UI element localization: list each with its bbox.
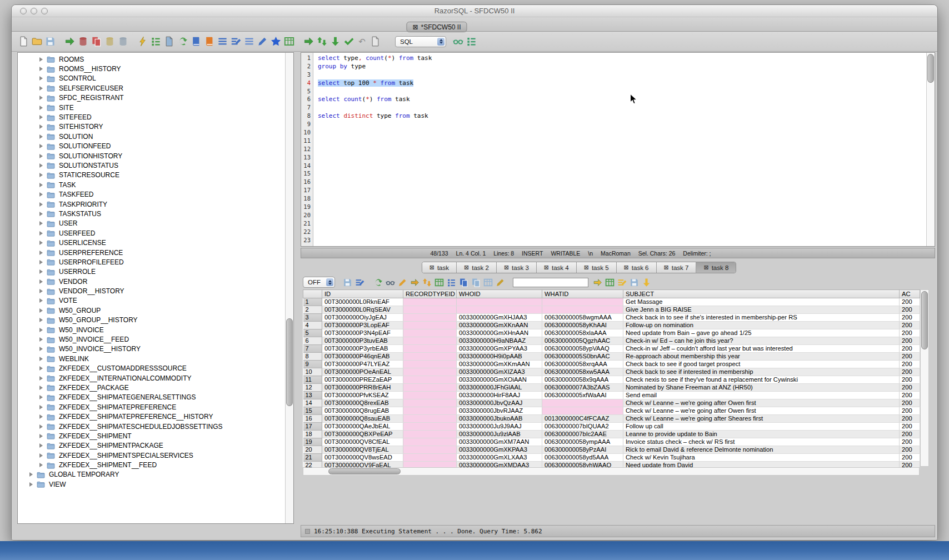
tree-item-rooms-history[interactable]: ROOMS__HISTORY bbox=[18, 64, 284, 73]
disclosure-triangle-icon[interactable] bbox=[39, 183, 43, 187]
cell-whatid[interactable]: 00630000005QgzhAAC bbox=[542, 337, 623, 345]
cell-subject[interactable]: Check back to see if good target prospec… bbox=[623, 361, 900, 368]
grid-vertical-scrollbar[interactable] bbox=[920, 289, 929, 467]
disclosure-triangle-icon[interactable] bbox=[39, 231, 43, 236]
table-row[interactable]: 1400T3000000Q8rexEAB0033000000JbvQzAAJCh… bbox=[303, 399, 920, 407]
cell-whatid[interactable] bbox=[542, 399, 623, 407]
disclosure-triangle-icon[interactable] bbox=[39, 57, 43, 62]
code-line[interactable] bbox=[318, 228, 926, 237]
cell-recordtypeid[interactable] bbox=[403, 314, 457, 322]
table-row[interactable]: 200T3000000L0RqSEAVGive Jenn a BIG RAISE… bbox=[303, 306, 920, 314]
tree-item-taskpriority[interactable]: TASKPRIORITY bbox=[18, 199, 284, 209]
tree-item-zkfedex-shipment[interactable]: ZKFEDEX__SHIPMENT bbox=[18, 431, 284, 441]
cell-subject[interactable]: Nominated by Shane Freeman at ANZ (HR50) bbox=[623, 384, 900, 392]
cell-recordtypeid[interactable] bbox=[403, 423, 457, 431]
disclosure-triangle-icon[interactable] bbox=[39, 154, 43, 158]
fetch-icon[interactable] bbox=[330, 36, 341, 47]
cell-whoid[interactable]: 0033000000HirF8AAJ bbox=[457, 392, 542, 399]
open-file-icon[interactable] bbox=[32, 36, 42, 47]
tree-item-zkfedex-shipmatepreference[interactable]: ZKFEDEX__SHIPMATEPREFERENCE bbox=[18, 402, 284, 412]
document-tab[interactable]: ⊠ *SFDCW50 II bbox=[406, 22, 467, 32]
cell-ac[interactable]: 200 bbox=[900, 361, 920, 368]
disclosure-triangle-icon[interactable] bbox=[39, 298, 43, 303]
minimize-window-button[interactable] bbox=[31, 8, 37, 14]
sql-code-area[interactable]: select type, count(*) from taskgroup by … bbox=[314, 53, 926, 246]
cell-subject[interactable]: Check nexis to see if they've found a re… bbox=[623, 376, 900, 384]
cell-id[interactable]: 00T3000000P3N4pEAF bbox=[322, 329, 403, 337]
sql-editor[interactable]: 1234567891011121314151617181920212223 se… bbox=[301, 52, 935, 247]
tree-item-userrole[interactable]: USERROLE bbox=[18, 267, 284, 277]
table-transfer-icon[interactable] bbox=[483, 278, 493, 287]
add-row-icon[interactable] bbox=[605, 278, 615, 287]
cell-ac[interactable]: 200 bbox=[900, 314, 920, 322]
tree-item-scontrol[interactable]: SCONTROL bbox=[18, 74, 284, 83]
cell-subject[interactable]: Check w/ Leanne – we're going after Owen… bbox=[623, 407, 900, 415]
disclosure-triangle-icon[interactable] bbox=[39, 328, 43, 332]
result-tab-task-4[interactable]: ⊠task 4 bbox=[537, 262, 577, 273]
explain-plan-icon[interactable] bbox=[151, 36, 161, 47]
row-number-cell[interactable]: 16 bbox=[303, 415, 322, 423]
cell-subject[interactable]: Invoice status check – check w/ RS first bbox=[623, 438, 900, 446]
row-number-cell[interactable]: 19 bbox=[303, 438, 322, 446]
code-line[interactable]: group by type bbox=[318, 63, 926, 71]
disclosure-triangle-icon[interactable] bbox=[39, 144, 43, 148]
row-number-cell[interactable]: 6 bbox=[303, 337, 322, 345]
tree-item-sitehistory[interactable]: SITEHISTORY bbox=[18, 122, 284, 132]
tree-item-solution[interactable]: SOLUTION bbox=[18, 132, 284, 141]
tree-item-zkfedex-shipmentpackage[interactable]: ZKFEDEX__SHIPMENTPACKAGE bbox=[18, 441, 284, 451]
tree-item-w50-invoice-history[interactable]: W50_INVOICE__HISTORY bbox=[18, 344, 284, 354]
disclosure-triangle-icon[interactable] bbox=[39, 289, 43, 293]
code-line[interactable] bbox=[318, 146, 926, 154]
cell-recordtypeid[interactable] bbox=[403, 376, 457, 384]
undo-icon[interactable]: ↶ bbox=[357, 36, 367, 47]
table-row[interactable]: 800T3000000P46qnEAB0033000000H9i0pAAB006… bbox=[303, 353, 920, 361]
tree-item-userprofilefeed[interactable]: USERPROFILEFEED bbox=[18, 257, 284, 267]
add-connection-icon[interactable] bbox=[104, 36, 115, 47]
code-line[interactable] bbox=[318, 137, 926, 146]
tree-item-rooms[interactable]: ROOMS bbox=[18, 54, 284, 64]
close-window-button[interactable] bbox=[20, 8, 27, 14]
tree-item-vendor[interactable]: VENDOR bbox=[18, 277, 284, 286]
disclosure-triangle-icon[interactable] bbox=[39, 96, 43, 100]
disclosure-triangle-icon[interactable] bbox=[39, 163, 43, 168]
disclosure-triangle-icon[interactable] bbox=[39, 453, 43, 458]
reload-icon[interactable] bbox=[177, 36, 188, 47]
row-number-cell[interactable]: 17 bbox=[303, 423, 322, 431]
code-line[interactable] bbox=[318, 88, 926, 96]
cell-recordtypeid[interactable] bbox=[403, 298, 457, 306]
disclosure-triangle-icon[interactable] bbox=[39, 318, 43, 322]
row-number-cell[interactable]: 2 bbox=[303, 306, 322, 314]
cell-ac[interactable]: 200 bbox=[900, 345, 920, 353]
cell-ac[interactable]: 200 bbox=[900, 392, 920, 399]
tree-item-w50-invoice-feed[interactable]: W50_INVOICE__FEED bbox=[18, 334, 284, 344]
cell-recordtypeid[interactable] bbox=[403, 454, 457, 462]
cell-whatid[interactable]: 00630000007bIQUAA2 bbox=[542, 423, 623, 431]
table-row[interactable]: 300T3000000OiyJgEAJ0033000000GmXHJAA3006… bbox=[303, 314, 920, 322]
code-line[interactable] bbox=[318, 71, 926, 79]
cell-ac[interactable]: 200 bbox=[900, 407, 920, 415]
tree-item-view[interactable]: VIEW bbox=[18, 479, 284, 489]
cell-id[interactable]: 00T3000000QV8CfEAL bbox=[322, 438, 403, 446]
tree-item-vendor-history[interactable]: VENDOR__HISTORY bbox=[18, 286, 284, 296]
disclosure-triangle-icon[interactable] bbox=[39, 173, 43, 177]
sql-mode-select[interactable]: SQL bbox=[395, 36, 446, 47]
cell-recordtypeid[interactable] bbox=[403, 337, 457, 345]
result-tab-task[interactable]: ⊠task bbox=[422, 262, 457, 273]
disclosure-triangle-icon[interactable] bbox=[39, 395, 43, 399]
cell-whoid[interactable]: 0033000000GmXHJAA3 bbox=[457, 314, 542, 322]
grid-horizontal-scrollbar[interactable] bbox=[303, 467, 920, 476]
code-line[interactable] bbox=[318, 220, 926, 228]
off-select[interactable]: OFF bbox=[303, 277, 335, 288]
disclosure-triangle-icon[interactable] bbox=[39, 366, 43, 371]
cell-id[interactable]: 00T3000000PRR8rEAH bbox=[322, 384, 403, 392]
result-tab-task-8[interactable]: ⊠task 8 bbox=[696, 262, 736, 273]
tree-item-sfdc-registrant[interactable]: SFDC_REGISTRANT bbox=[18, 93, 284, 103]
grid-hscroll-thumb[interactable] bbox=[328, 468, 401, 474]
disclosure-triangle-icon[interactable] bbox=[39, 202, 43, 207]
tree-item-solutionhistory[interactable]: SOLUTIONHISTORY bbox=[18, 151, 284, 161]
table-row[interactable]: 1900T3000000QV8CfEAL0033000000GmXM7AAN00… bbox=[303, 438, 920, 446]
close-tab-icon[interactable]: ⊠ bbox=[412, 24, 418, 31]
disclosure-triangle-icon[interactable] bbox=[39, 76, 43, 81]
grid-vscroll-thumb[interactable] bbox=[921, 291, 928, 349]
tree-item-weblink[interactable]: WEBLINK bbox=[18, 354, 284, 363]
